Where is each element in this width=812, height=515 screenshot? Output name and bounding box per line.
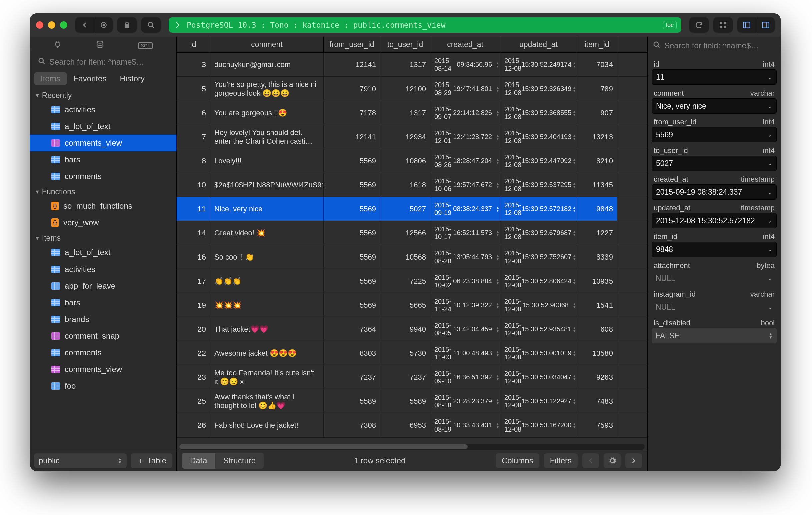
sidebar-item-brands[interactable]: brands bbox=[30, 311, 176, 328]
cell-created-at[interactable]: 2015-09-1016:36:51.392▴▾ bbox=[430, 365, 500, 389]
page-prev-button[interactable] bbox=[582, 453, 599, 468]
cell-updated-at[interactable]: 2015-12-0815:30:52.572182▴▾ bbox=[500, 197, 577, 221]
cell-from-user-id[interactable]: 5589 bbox=[324, 389, 380, 413]
cell-to-user-id[interactable]: 6953 bbox=[380, 413, 430, 437]
cell-updated-at[interactable]: 2015-12-0815:30:53.167200▴▾ bbox=[500, 413, 577, 437]
cell-comment[interactable]: Awesome jacket 😍😍😍 bbox=[210, 341, 324, 365]
stepper-icon[interactable]: ▴▾ bbox=[574, 110, 576, 116]
cell-from-user-id[interactable]: 5569 bbox=[324, 173, 380, 197]
table-row[interactable]: 25Aww thanks that's what I thought to lo… bbox=[177, 389, 647, 413]
table-row[interactable]: 14Great video! 💥5569125662015-10-1716:52… bbox=[177, 221, 647, 245]
stepper-icon[interactable]: ▴▾ bbox=[497, 374, 499, 381]
cell-from-user-id[interactable]: 5569 bbox=[324, 269, 380, 293]
sidebar-tab-items[interactable]: Items bbox=[34, 72, 67, 85]
cell-comment[interactable]: duchuykun@gmail.com bbox=[210, 53, 324, 77]
stepper-icon[interactable]: ▴▾ bbox=[574, 302, 576, 308]
column-header-from_user_id[interactable]: from_user_id bbox=[324, 37, 380, 52]
stepper-icon[interactable]: ▴▾ bbox=[574, 422, 576, 429]
stepper-icon[interactable]: ▴▾ bbox=[574, 278, 576, 284]
field-value-input[interactable]: NULL⌄ bbox=[651, 299, 777, 315]
stepper-icon[interactable]: ▴▾ bbox=[574, 350, 576, 357]
cell-item-id[interactable]: 7034 bbox=[577, 53, 617, 77]
stepper-icon[interactable]: ▴▾ bbox=[497, 134, 499, 140]
cell-comment[interactable]: Lovely!!! bbox=[210, 149, 324, 173]
field-value-input[interactable]: 2015-12-08 15:30:52.572182⌄ bbox=[651, 213, 777, 228]
stepper-icon[interactable]: ▴▾ bbox=[497, 326, 499, 333]
cell-item-id[interactable]: 9848 bbox=[577, 197, 617, 221]
sidebar-tab-history[interactable]: History bbox=[113, 72, 151, 85]
stepper-icon[interactable]: ▴▾ bbox=[574, 206, 576, 212]
cell-created-at[interactable]: 2015-08-0513:42:04.459▴▾ bbox=[430, 317, 500, 341]
field-value-input[interactable]: 5569⌄ bbox=[651, 127, 777, 142]
stepper-icon[interactable]: ▴▾ bbox=[574, 254, 576, 261]
cell-item-id[interactable]: 1541 bbox=[577, 293, 617, 317]
sidebar-item-very_wow[interactable]: very_wow bbox=[30, 214, 176, 231]
stepper-icon[interactable]: ▴▾ bbox=[497, 61, 499, 68]
cell-to-user-id[interactable]: 1317 bbox=[380, 101, 430, 125]
sidebar-item-comments_view[interactable]: comments_view bbox=[30, 135, 176, 151]
table-row[interactable]: 8Lovely!!!5569108062015-08-2618:28:47.20… bbox=[177, 149, 647, 173]
sidebar-item-comments[interactable]: comments bbox=[30, 168, 176, 185]
cell-id[interactable]: 3 bbox=[177, 53, 210, 77]
sidebar-item-comments[interactable]: comments bbox=[30, 344, 176, 361]
cell-created-at[interactable]: 2015-10-1716:52:11.573▴▾ bbox=[430, 221, 500, 245]
cell-item-id[interactable]: 7593 bbox=[577, 413, 617, 437]
cell-to-user-id[interactable]: 10806 bbox=[380, 149, 430, 173]
cell-updated-at[interactable]: 2015-12-0815:30:52.447092▴▾ bbox=[500, 149, 577, 173]
database-icon[interactable] bbox=[96, 40, 105, 51]
cell-id[interactable]: 17 bbox=[177, 269, 210, 293]
cell-id[interactable]: 14 bbox=[177, 221, 210, 245]
cell-updated-at[interactable]: 2015-12-0815:30:53.034047▴▾ bbox=[500, 365, 577, 389]
cell-item-id[interactable]: 789 bbox=[577, 77, 617, 101]
stepper-icon[interactable]: ▴▾ bbox=[574, 85, 576, 92]
cell-from-user-id[interactable]: 7910 bbox=[324, 77, 380, 101]
stepper-icon[interactable]: ▴▾ bbox=[497, 350, 499, 357]
stepper-icon[interactable]: ▴▾ bbox=[497, 302, 499, 308]
cell-id[interactable]: 11 bbox=[177, 197, 210, 221]
sidebar-item-bars[interactable]: bars bbox=[30, 294, 176, 311]
grid-button[interactable] bbox=[713, 17, 733, 33]
sidebar-item-a_lot_of_text[interactable]: a_lot_of_text bbox=[30, 118, 176, 135]
cell-comment[interactable]: That jacket💗💗 bbox=[210, 317, 324, 341]
cell-from-user-id[interactable]: 7237 bbox=[324, 365, 380, 389]
stepper-icon[interactable]: ▴▾ bbox=[574, 158, 576, 164]
cell-comment[interactable]: You are gorgeous !!😍 bbox=[210, 101, 324, 125]
field-value-input[interactable]: Nice, very nice⌄ bbox=[651, 98, 777, 113]
cell-created-at[interactable]: 2015-11-2410:12:39.322▴▾ bbox=[430, 293, 500, 317]
cell-to-user-id[interactable]: 12934 bbox=[380, 125, 430, 148]
sidebar-tab-favorites[interactable]: Favorites bbox=[67, 72, 113, 85]
stepper-icon[interactable]: ▴▾ bbox=[574, 182, 576, 188]
refresh-button[interactable] bbox=[689, 17, 708, 33]
cell-from-user-id[interactable]: 12141 bbox=[324, 53, 380, 77]
add-table-button[interactable]: ＋ Table bbox=[131, 453, 172, 468]
table-row[interactable]: 17👏👏👏556972252015-10-0206:23:38.884▴▾201… bbox=[177, 269, 647, 293]
field-value-input[interactable]: 9848⌄ bbox=[651, 242, 777, 257]
table-row[interactable]: 16So cool ! 👏5569105682015-08-2813:05:44… bbox=[177, 245, 647, 269]
sidebar-item-app_for_leave[interactable]: app_for_leave bbox=[30, 277, 176, 294]
nav-forward-button[interactable] bbox=[94, 17, 113, 33]
cell-updated-at[interactable]: 2015-12-0815:30:53.001019▴▾ bbox=[500, 341, 577, 365]
cell-to-user-id[interactable]: 12566 bbox=[380, 221, 430, 245]
cell-item-id[interactable]: 8339 bbox=[577, 245, 617, 269]
cell-created-at[interactable]: 2015-12-0112:41:28.722▴▾ bbox=[430, 125, 500, 148]
table-row[interactable]: 5You're so pretty, this is a nice ni gor… bbox=[177, 77, 647, 101]
page-next-button[interactable] bbox=[625, 453, 642, 468]
sidebar-item-activities[interactable]: activities bbox=[30, 101, 176, 118]
view-tab-structure[interactable]: Structure bbox=[215, 453, 264, 468]
column-header-created_at[interactable]: created_at bbox=[430, 37, 500, 52]
sql-icon[interactable]: SQL bbox=[138, 43, 153, 49]
cell-created-at[interactable]: 2015-08-1910:33:43.431▴▾ bbox=[430, 413, 500, 437]
cell-id[interactable]: 26 bbox=[177, 413, 210, 437]
table-row[interactable]: 19💥💥💥556956652015-11-2410:12:39.322▴▾201… bbox=[177, 293, 647, 317]
view-tab-data[interactable]: Data bbox=[182, 453, 215, 468]
sidebar-item-a_lot_of_text[interactable]: a_lot_of_text bbox=[30, 244, 176, 261]
cell-from-user-id[interactable]: 8303 bbox=[324, 341, 380, 365]
minimize-window-button[interactable] bbox=[48, 21, 55, 29]
stepper-icon[interactable]: ▴▾ bbox=[497, 158, 499, 164]
sidebar-item-activities[interactable]: activities bbox=[30, 261, 176, 277]
cell-id[interactable]: 20 bbox=[177, 317, 210, 341]
columns-button[interactable]: Columns bbox=[496, 453, 540, 468]
field-value-input[interactable]: FALSE▲▼ bbox=[651, 328, 777, 343]
cell-created-at[interactable]: 2015-10-0206:23:38.884▴▾ bbox=[430, 269, 500, 293]
cell-comment[interactable]: Aww thanks that's what I thought to lol … bbox=[210, 389, 324, 413]
